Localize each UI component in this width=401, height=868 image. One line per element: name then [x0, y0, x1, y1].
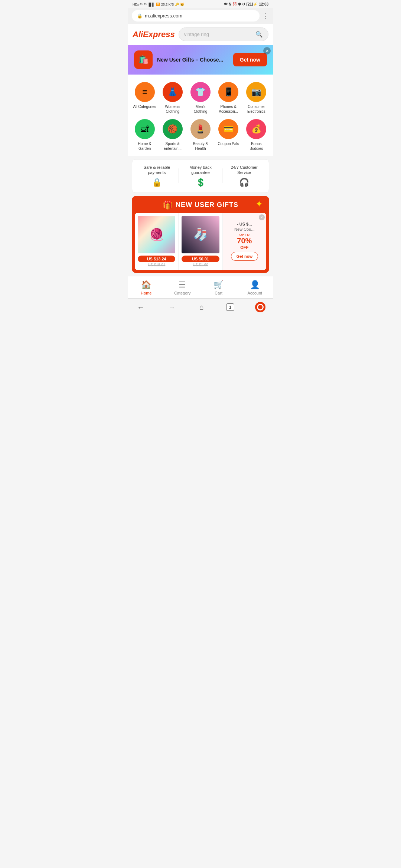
lock-icon: 🔒: [137, 13, 143, 19]
aliexpress-logo[interactable]: AliExpress: [133, 30, 175, 39]
bag-icon: 🛍️: [138, 55, 149, 65]
category-icon-sports: 🏀: [163, 119, 183, 139]
forward-button[interactable]: →: [167, 302, 177, 313]
coupon-off: OFF: [240, 245, 248, 250]
category-label-mens: Men's Clothing: [188, 104, 212, 114]
nav-label-cart: Cart: [215, 291, 222, 295]
url-bar[interactable]: 🔒 m.aliexpress.com: [132, 10, 260, 22]
category-label-all: All Categories: [133, 104, 156, 109]
coupon-close-icon[interactable]: ✕: [259, 214, 265, 220]
banner-close-icon[interactable]: ✕: [263, 47, 271, 55]
feature-money: Money back guarantee 💲: [179, 165, 222, 187]
category-coupon[interactable]: 💳Coupon Pals: [216, 118, 241, 152]
app-header: AliExpress vintage ring 🔍: [128, 24, 273, 45]
product-image-socks: 🧦: [182, 216, 219, 253]
coupon-up-to: UP TO: [239, 233, 250, 237]
nav-label-account: Account: [247, 291, 262, 295]
category-electronics[interactable]: 📷Consumer Electronics: [244, 80, 269, 115]
nav-item-home[interactable]: 🏠 Home: [128, 280, 164, 295]
category-label-bonus: Bonus Buddies: [244, 141, 268, 151]
feature-text-money: Money back guarantee: [180, 165, 221, 175]
new-user-gifts-header: 🎁 NEW USER GIFTS: [132, 196, 269, 213]
aliexpress-banner-logo: 🛍️: [134, 50, 153, 69]
feature-icon-money: 💲: [196, 178, 206, 187]
feature-icon-safe: 🔒: [152, 178, 162, 187]
category-all[interactable]: ≡All Categories: [132, 80, 157, 115]
status-bar: HD₂ ⁴ᴳ ⁴ᴳ ▐▌▌ 🛜 25.2 K/S 🔑 🐱 👁 N ⏰ ✱ ↺ […: [128, 0, 273, 8]
back-button[interactable]: ←: [136, 302, 146, 313]
category-label-womens: Women's Clothing: [160, 104, 185, 114]
category-mens[interactable]: 👕Men's Clothing: [188, 80, 213, 115]
status-icons: 👁 N ⏰ ✱ ↺: [224, 2, 245, 6]
coupon-card[interactable]: ✕ - US $... New Cou... UP TO 70% OFF Get…: [223, 213, 266, 270]
new-user-title: NEW USER GIFTS: [176, 201, 238, 209]
category-beauty[interactable]: 💄Beauty & Health: [188, 118, 213, 152]
category-icon-womens: 👗: [163, 82, 183, 102]
category-icon-home: 🛋: [135, 119, 155, 139]
battery-indicator: [21]⚡: [247, 2, 258, 6]
product-image-fabric: 🧶: [138, 216, 175, 253]
features-bar: Safe & reliable payments 🔒 Money back gu…: [132, 159, 269, 193]
new-user-banner: ✕ 🛍️ New User Gifts – Choose... Get now: [128, 45, 273, 75]
coupon-subtitle: New Cou...: [234, 227, 254, 231]
feature-icon-support: 🎧: [239, 178, 249, 187]
product-card-socks[interactable]: 🧦US $0.01US $1.60: [179, 213, 222, 270]
product-price-socks: US $0.01: [182, 256, 219, 262]
opera-browser-icon[interactable]: [255, 302, 265, 312]
nav-label-category: Category: [174, 291, 191, 295]
nav-item-category[interactable]: ☰ Category: [164, 280, 201, 295]
category-icon-all: ≡: [135, 82, 155, 102]
category-womens[interactable]: 👗Women's Clothing: [160, 80, 185, 115]
nav-label-home: Home: [141, 291, 151, 295]
url-text: m.aliexpress.com: [145, 13, 254, 19]
category-icon-phones: 📱: [218, 82, 238, 102]
browser-bottom-bar: ← → ⌂ 1: [128, 298, 273, 316]
coupon-get-button[interactable]: Get now: [231, 252, 258, 261]
coupon-discount: 70%: [237, 237, 252, 245]
category-bonus[interactable]: 💰Bonus Buddies: [244, 118, 269, 152]
product-card-fabric[interactable]: 🧶US $13.24US $18.91: [135, 213, 179, 270]
feature-text-safe: Safe & reliable payments: [137, 165, 177, 175]
browser-menu-icon[interactable]: ⋮: [263, 12, 269, 20]
gift-icon: 🎁: [163, 200, 173, 210]
nav-item-cart[interactable]: 🛒 Cart: [200, 280, 237, 295]
search-icon[interactable]: 🔍: [255, 31, 263, 38]
category-sports[interactable]: 🏀Sports & Entertain...: [160, 118, 185, 152]
product-price-fabric: US $13.24: [138, 256, 175, 262]
search-placeholder: vintage ring: [184, 32, 209, 37]
category-label-electronics: Consumer Electronics: [244, 104, 268, 114]
nav-icon-cart: 🛒: [213, 280, 224, 290]
home-button[interactable]: ⌂: [198, 302, 205, 313]
category-home[interactable]: 🛋Home & Garden: [132, 118, 157, 152]
new-user-gifts-section: 🎁 NEW USER GIFTS ✦✦ 🧶US $13.24US $18.91🧦…: [132, 196, 269, 273]
category-label-phones: Phones & Accessori...: [216, 104, 241, 114]
search-bar[interactable]: vintage ring 🔍: [179, 27, 268, 41]
category-icon-beauty: 💄: [190, 119, 211, 139]
category-label-beauty: Beauty & Health: [188, 141, 212, 151]
status-indicators: HD₂ ⁴ᴳ ⁴ᴳ ▐▌▌: [133, 3, 155, 6]
product-original-price-fabric: US $18.91: [138, 263, 175, 267]
category-icon-bonus: 💰: [246, 119, 266, 139]
feature-safe: Safe & reliable payments 🔒: [135, 165, 179, 187]
products-row: 🧶US $13.24US $18.91🧦US $0.01US $1.60 ✕ -…: [135, 213, 266, 270]
tab-count-button[interactable]: 1: [226, 303, 234, 311]
category-label-coupon: Coupon Pals: [218, 141, 239, 146]
category-label-home: Home & Garden: [133, 141, 157, 151]
product-original-price-socks: US $1.60: [182, 263, 219, 267]
nav-icon-account: 👤: [250, 280, 260, 290]
status-speed: 25.2 K/S: [161, 3, 174, 6]
category-label-sports: Sports & Entertain...: [160, 141, 185, 151]
browser-bar: 🔒 m.aliexpress.com ⋮: [128, 8, 273, 24]
category-phones[interactable]: 📱Phones & Accessori...: [216, 80, 241, 115]
category-icon-electronics: 📷: [246, 82, 266, 102]
banner-text: New User Gifts – Choose...: [157, 57, 229, 63]
category-grid: ≡All Categories👗Women's Clothing👕Men's C…: [132, 80, 269, 152]
category-icon-mens: 👕: [190, 82, 211, 102]
clock: 12:03: [259, 2, 268, 6]
feature-support: 24/7 Customer Service 🎧: [222, 165, 266, 187]
coupon-title: - US $...: [237, 222, 252, 226]
nav-item-account[interactable]: 👤 Account: [237, 280, 273, 295]
nav-icon-category: ☰: [179, 280, 186, 290]
get-now-button[interactable]: Get now: [233, 53, 267, 66]
status-right: 👁 N ⏰ ✱ ↺ [21]⚡ 12:03: [224, 2, 268, 6]
